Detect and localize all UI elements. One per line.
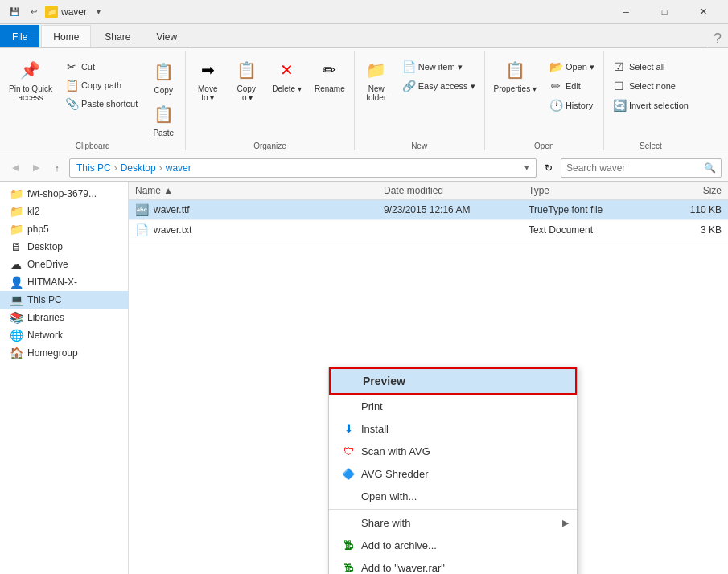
paste-icon: 📋 [150, 101, 176, 127]
help-button[interactable]: ? [707, 31, 728, 47]
refresh-button[interactable]: ↻ [540, 159, 557, 177]
ctx-share-with[interactable]: Share with ▶ [329, 511, 577, 534]
sidebar-item-fwt[interactable]: 📁 fwt-shop-3679... [0, 185, 128, 203]
new-folder-label: Newfolder [366, 84, 386, 102]
paste-shortcut-btn[interactable]: 📎 Paste shortcut [60, 95, 143, 113]
back-button[interactable]: ◀ [6, 159, 24, 177]
window-title: waver [61, 6, 87, 18]
open-btn[interactable]: 📂 Open ▾ [544, 58, 600, 76]
invert-label: Invert selection [629, 100, 689, 110]
path-dropdown-btn[interactable]: ▾ [524, 162, 529, 173]
undo-btn[interactable]: ↩ [26, 4, 42, 20]
delete-btn[interactable]: ✕ Delete ▾ [266, 55, 307, 96]
share-with-arrow: ▶ [562, 518, 569, 528]
address-bar: ◀ ▶ ↑ This PC › Desktop › waver ▾ ↻ 🔍 [0, 154, 728, 182]
ribbon-group-new: 📁 Newfolder 📄 New item ▾ 🔗 Easy access ▾… [354, 51, 484, 150]
file-list-area[interactable]: Name ▲ Date modified Type Size 🔤 waver.t… [129, 182, 728, 574]
delete-label: Delete ▾ [272, 84, 302, 93]
dropdown-btn[interactable]: ▾ [90, 4, 106, 20]
file-row-waver-txt[interactable]: 📄 waver.txt Text Document 3 KB [129, 220, 728, 240]
ctx-add-archive[interactable]: 🗜 Add to archive... [329, 534, 577, 556]
properties-label: Properties ▾ [494, 84, 537, 93]
ctx-install[interactable]: ⬇ Install [329, 417, 577, 440]
sidebar-item-php5[interactable]: 📁 php5 [0, 220, 128, 238]
sidebar-item-onedrive[interactable]: ☁ OneDrive [0, 256, 128, 273]
pin-quick-access-btn[interactable]: 📌 Pin to Quickaccess [3, 55, 58, 105]
search-input[interactable] [566, 162, 701, 174]
close-button[interactable]: ✕ [685, 0, 722, 24]
ctx-preview[interactable]: Preview [329, 367, 577, 395]
ctx-open-with-label: Open with... [361, 490, 417, 502]
move-to-btn[interactable]: ➡ Moveto ▾ [189, 55, 226, 105]
sidebar-item-network[interactable]: 🌐 Network [0, 326, 128, 344]
sidebar-item-kl2[interactable]: 📁 kl2 [0, 203, 128, 220]
sidebar-item-libraries-label: Libraries [27, 312, 64, 323]
ctx-open-with[interactable]: Open with... [329, 485, 577, 507]
rename-btn[interactable]: ✏ Rename [309, 55, 351, 96]
cut-btn[interactable]: ✂ Cut [60, 58, 143, 76]
copy-path-btn[interactable]: 📋 Copy path [60, 76, 143, 94]
ctx-avg-shredder[interactable]: 🔷 AVG Shredder [329, 462, 577, 485]
invert-icon: 🔄 [613, 99, 626, 112]
address-path[interactable]: This PC › Desktop › waver ▾ [69, 158, 537, 178]
select-none-label: Select none [629, 81, 676, 91]
archive-icon-1: 🗜 [342, 539, 355, 551]
sidebar-item-libraries[interactable]: 📚 Libraries [0, 309, 128, 326]
avg-shredder-icon: 🔷 [342, 467, 355, 480]
archive-icon-2: 🗜 [342, 561, 355, 574]
properties-icon: 📋 [502, 57, 528, 83]
ctx-preview-label: Preview [363, 375, 405, 387]
quick-save-btn[interactable]: 💾 [6, 4, 23, 20]
file-row-waver-ttf[interactable]: 🔤 waver.ttf 9/23/2015 12:16 AM TrueType … [129, 200, 728, 220]
path-waver[interactable]: waver [166, 162, 191, 174]
sidebar-item-hitman[interactable]: 👤 HITMAN-X- [0, 273, 128, 291]
search-box[interactable]: 🔍 [561, 158, 722, 178]
minimize-button[interactable]: ─ [607, 0, 644, 24]
ctx-print-label: Print [361, 400, 383, 412]
onedrive-icon: ☁ [10, 258, 23, 271]
path-this-pc[interactable]: This PC [76, 162, 111, 174]
sidebar-item-homegroup[interactable]: 🏠 Homegroup [0, 344, 128, 362]
ctx-print[interactable]: Print [329, 395, 577, 417]
organize-label: Organize [186, 140, 354, 150]
easy-access-btn[interactable]: 🔗 Easy access ▾ [397, 77, 481, 95]
path-desktop[interactable]: Desktop [121, 162, 156, 174]
ribbon-tabs: File Home Share View ? [0, 24, 728, 48]
sidebar-item-desktop[interactable]: 🖥 Desktop [0, 238, 128, 256]
select-none-btn[interactable]: ☐ Select none [607, 77, 694, 95]
maximize-button[interactable]: □ [646, 0, 683, 24]
preview-icon [343, 375, 356, 387]
properties-btn[interactable]: 📋 Properties ▾ [488, 55, 542, 96]
open-label: Open ▾ [566, 62, 594, 72]
new-item-btn[interactable]: 📄 New item ▾ [397, 58, 481, 76]
share-with-icon [342, 516, 355, 529]
paste-btn[interactable]: 📋 Paste [145, 99, 182, 140]
ctx-scan-avg[interactable]: 🛡 Scan with AVG [329, 440, 577, 462]
font-file-icon: 🔤 [135, 203, 149, 216]
new-folder-btn[interactable]: 📁 Newfolder [358, 55, 395, 105]
forward-button[interactable]: ▶ [27, 159, 45, 177]
invert-selection-btn[interactable]: 🔄 Invert selection [607, 96, 694, 114]
up-button[interactable]: ↑ [48, 159, 66, 177]
folder-icon-php5: 📁 [10, 223, 23, 236]
history-btn[interactable]: 🕐 History [544, 96, 600, 114]
ctx-add-rar[interactable]: 🗜 Add to "waver.rar" [329, 556, 577, 574]
tab-file[interactable]: File [0, 25, 39, 47]
select-all-btn[interactable]: ☑ Select all [607, 58, 694, 76]
file-size-waver-ttf: 110 KB [657, 204, 722, 215]
copy-btn[interactable]: 📋 Copy [145, 56, 182, 97]
copy-icon: 📋 [150, 59, 176, 84]
select-none-icon: ☐ [613, 80, 626, 92]
copy-to-btn[interactable]: 📋 Copyto ▾ [228, 55, 265, 105]
sidebar-item-hitman-label: HITMAN-X- [27, 277, 77, 288]
col-size: Size [657, 185, 722, 196]
open-secondary: 📂 Open ▾ ✏ Edit 🕐 History [544, 58, 600, 114]
tab-home[interactable]: Home [41, 25, 91, 47]
tab-share[interactable]: Share [93, 25, 142, 47]
edit-btn[interactable]: ✏ Edit [544, 77, 600, 95]
copy-path-icon: 📋 [65, 79, 78, 92]
tab-view[interactable]: View [144, 25, 189, 47]
title-bar: 💾 ↩ 📁 waver ▾ ─ □ ✕ [0, 0, 728, 24]
path-sep-2: › [159, 162, 162, 174]
sidebar-item-thispc[interactable]: 💻 This PC [0, 291, 128, 309]
